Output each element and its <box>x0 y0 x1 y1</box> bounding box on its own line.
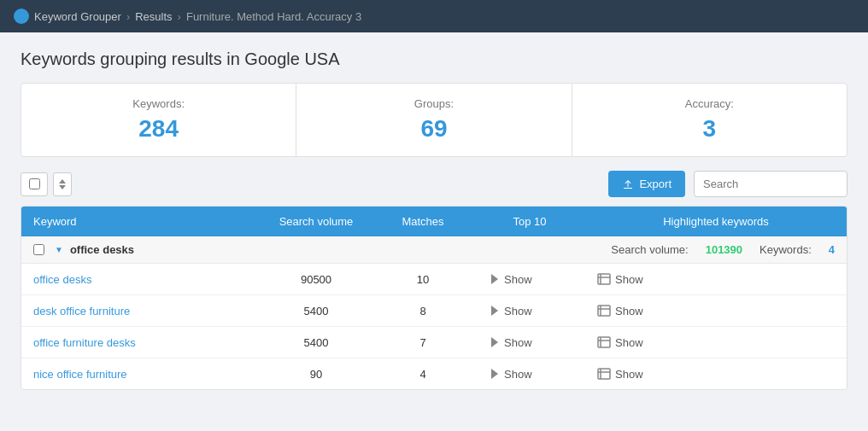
top10-show-icon <box>486 304 500 317</box>
group-meta: Search volume: 101390 Keywords: 4 <box>611 243 835 256</box>
group-arrow-icon[interactable]: ▼ <box>55 245 63 254</box>
keyword-cell: desk office furniture <box>21 296 261 326</box>
top10-show-icon <box>486 367 500 381</box>
search-input[interactable] <box>694 171 847 197</box>
breadcrumb-sep-2: › <box>178 10 181 23</box>
group-name: office desks <box>70 243 134 256</box>
top10-show-label: Show <box>504 305 532 317</box>
sort-down-icon <box>59 185 66 189</box>
highlighted-cell[interactable]: Show <box>585 328 847 358</box>
keyword-link[interactable]: office furniture desks <box>33 336 136 349</box>
select-all-checkbox[interactable] <box>21 172 48 196</box>
toolbar-right: Export <box>608 171 847 197</box>
breadcrumb-current: Furniture. Method Hard. Accuracy 3 <box>186 10 361 23</box>
top10-show-icon <box>486 272 500 286</box>
svg-marker-8 <box>491 337 498 347</box>
top10-cell[interactable]: Show <box>474 327 585 358</box>
highlighted-show-btn[interactable]: Show <box>597 336 835 349</box>
breadcrumb-keyword-grouper[interactable]: Keyword Grouper <box>34 10 121 23</box>
keyword-link[interactable]: desk office furniture <box>33 305 130 317</box>
search-volume-cell: 5400 <box>261 328 372 358</box>
search-volume-cell: 5400 <box>261 296 372 326</box>
highlighted-cell[interactable]: Show <box>585 296 847 326</box>
top10-show-btn[interactable]: Show <box>486 272 573 286</box>
toolbar: Export <box>21 171 847 197</box>
highlighted-show-btn[interactable]: Show <box>597 305 835 317</box>
group-keywords-count: 4 <box>829 243 835 256</box>
top10-show-label: Show <box>504 273 532 286</box>
highlighted-show-icon <box>597 368 611 380</box>
search-volume-cell: 90 <box>261 359 372 389</box>
svg-rect-9 <box>598 337 610 347</box>
toolbar-left <box>21 172 72 196</box>
top10-show-btn[interactable]: Show <box>486 335 573 349</box>
accuracy-value: 3 <box>589 115 830 143</box>
group-search-volume-value: 101390 <box>706 243 742 256</box>
stat-keywords: Keywords: 284 <box>21 84 296 156</box>
highlighted-show-btn[interactable]: Show <box>597 273 835 286</box>
highlighted-show-label: Show <box>615 368 643 381</box>
top10-show-label: Show <box>504 368 532 381</box>
th-highlighted: Highlighted keywords <box>585 207 847 236</box>
svg-rect-1 <box>598 274 610 284</box>
export-button[interactable]: Export <box>608 171 685 197</box>
search-volume-cell: 90500 <box>261 265 372 294</box>
th-top10: Top 10 <box>474 207 585 236</box>
groups-label: Groups: <box>314 97 554 110</box>
th-matches: Matches <box>372 207 474 236</box>
matches-cell: 8 <box>372 296 474 326</box>
th-search-volume: Search volume <box>261 207 372 236</box>
svg-marker-4 <box>491 306 498 316</box>
stat-accuracy: Accuracy: 3 <box>572 84 847 156</box>
breadcrumb-sep-1: › <box>126 10 130 23</box>
highlighted-cell[interactable]: Show <box>585 265 847 294</box>
export-icon <box>622 178 634 190</box>
top10-show-btn[interactable]: Show <box>486 367 573 381</box>
group-search-volume-label: Search volume: <box>611 243 688 256</box>
keyword-link[interactable]: nice office furniture <box>33 368 127 381</box>
top10-cell[interactable]: Show <box>474 358 585 389</box>
export-label: Export <box>639 178 672 190</box>
top10-cell[interactable]: Show <box>474 295 585 326</box>
svg-rect-13 <box>598 369 610 379</box>
top10-show-btn[interactable]: Show <box>486 304 573 317</box>
highlighted-show-label: Show <box>615 305 643 317</box>
sort-button[interactable] <box>53 172 72 196</box>
highlighted-show-label: Show <box>615 273 643 286</box>
keywords-value: 284 <box>38 115 279 143</box>
top10-show-label: Show <box>504 336 532 349</box>
highlighted-cell[interactable]: Show <box>585 359 847 389</box>
brand-dot <box>14 9 29 24</box>
matches-cell: 10 <box>372 265 474 294</box>
highlighted-show-icon <box>597 305 611 317</box>
svg-marker-0 <box>491 274 498 284</box>
select-all-input[interactable] <box>29 178 40 189</box>
group-row: ▼ office desks Search volume: 101390 Key… <box>21 236 847 264</box>
breadcrumb: Keyword Grouper › Results › Furniture. M… <box>0 0 868 32</box>
top10-cell[interactable]: Show <box>474 264 585 294</box>
main-content: Keywords grouping results in Google USA … <box>0 32 868 407</box>
top10-show-icon <box>486 335 500 349</box>
table-header: Keyword Search volume Matches Top 10 Hig… <box>21 207 847 236</box>
highlighted-show-label: Show <box>615 336 643 349</box>
keyword-cell: nice office furniture <box>21 359 261 389</box>
accuracy-label: Accuracy: <box>589 97 830 110</box>
keyword-link[interactable]: office desks <box>33 273 91 286</box>
group-checkbox[interactable] <box>33 244 44 255</box>
matches-cell: 4 <box>372 359 474 389</box>
th-keyword: Keyword <box>21 207 261 236</box>
table-row: office furniture desks 5400 7 Show <box>21 327 847 358</box>
table-row: nice office furniture 90 4 Show <box>21 358 847 389</box>
svg-marker-12 <box>491 369 498 379</box>
highlighted-show-icon <box>597 336 611 348</box>
table-row: office desks 90500 10 Show <box>21 264 847 295</box>
highlighted-show-icon <box>597 273 611 285</box>
table-container: Keyword Search volume Matches Top 10 Hig… <box>21 206 847 390</box>
sort-up-icon <box>59 179 66 183</box>
keywords-label: Keywords: <box>38 97 279 110</box>
svg-rect-5 <box>598 306 610 316</box>
highlighted-show-btn[interactable]: Show <box>597 368 835 381</box>
breadcrumb-results[interactable]: Results <box>135 10 172 23</box>
stat-groups: Groups: 69 <box>296 84 572 156</box>
group-keywords-label: Keywords: <box>760 243 812 256</box>
